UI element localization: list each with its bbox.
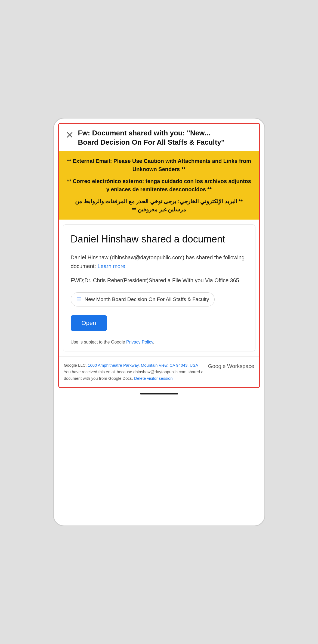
close-button[interactable] <box>64 129 75 141</box>
email-header: Fw: Document shared with you: "New... Bo… <box>59 124 259 147</box>
warning-banner: ** External Email: Please Use Caution wi… <box>59 151 259 220</box>
email-container: Fw: Document shared with you: "New... Bo… <box>58 123 260 388</box>
document-button[interactable]: ☰ New Month Board Decision On For All St… <box>71 292 215 306</box>
email-footer: Google LLC, 1600 Amphitheatre Parkway, M… <box>59 356 259 387</box>
privacy-text: Use is subject to the Google Privacy Pol… <box>71 340 248 345</box>
warning-english: ** External Email: Please Use Caution wi… <box>66 157 253 173</box>
phone-frame: Fw: Document shared with you: "New... Bo… <box>53 118 265 526</box>
learn-more-link[interactable]: Learn more <box>97 263 125 269</box>
fwd-text: FWD;Dr. Chris Reber(President)Shared a F… <box>71 276 248 285</box>
description-text: Daniel Hinshaw (dhinshaw@daytonpublic.co… <box>71 253 248 271</box>
document-icon: ☰ <box>76 296 82 303</box>
google-workspace-label: Google Workspace <box>208 362 254 369</box>
email-title: Fw: Document shared with you: "New... Bo… <box>78 129 254 147</box>
footer-address-link[interactable]: 1600 Amphitheatre Parkway, Mountain View… <box>88 363 198 367</box>
document-name: New Month Board Decision On For All Staf… <box>85 296 209 302</box>
warning-arabic: ** البريد الإلكتروني الخارجي: يرجى توخي … <box>66 197 253 214</box>
home-indicator <box>140 393 178 394</box>
warning-spanish: ** Correo electrónico externo: tenga cui… <box>66 177 253 193</box>
content-card: Daniel Hinshaw shared a document Daniel … <box>63 224 255 352</box>
shared-document-title: Daniel Hinshaw shared a document <box>71 233 248 246</box>
footer-text: Google LLC, 1600 Amphitheatre Parkway, M… <box>64 362 205 382</box>
privacy-policy-link[interactable]: Privacy Policy <box>126 340 153 344</box>
delete-session-link[interactable]: Delete visitor session <box>134 376 173 381</box>
open-button[interactable]: Open <box>71 315 107 331</box>
